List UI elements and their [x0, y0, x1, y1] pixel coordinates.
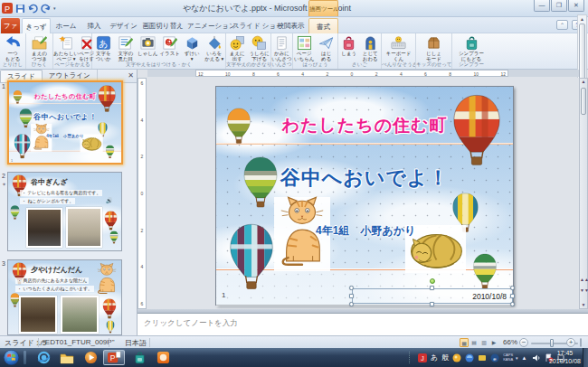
- bring-front-button[interactable]: まえに 出す: [226, 34, 249, 61]
- show-hidden-icons[interactable]: ▲: [522, 355, 527, 361]
- new-page-button[interactable]: あたらしい ページ ▾: [53, 34, 79, 61]
- minimize-button[interactable]: —: [534, 0, 550, 12]
- start-button[interactable]: [3, 349, 20, 366]
- scroll-down-icon[interactable]: ▼: [580, 302, 587, 308]
- rotate-handle[interactable]: [430, 278, 435, 284]
- notes-pane[interactable]: クリックしてノートを入力: [138, 313, 588, 335]
- slide3-number: 3: [2, 260, 5, 267]
- illustration-button[interactable]: イラスト: [159, 34, 182, 56]
- print-button[interactable]: かみに いんさつ: [271, 34, 292, 61]
- slide-byline[interactable]: 4年1組 小野あかり: [316, 223, 415, 239]
- taskbar-kids-backpack-icon[interactable]: [128, 350, 150, 365]
- taskbar-explorer-icon[interactable]: [56, 350, 78, 365]
- language-indicator[interactable]: 日本語: [125, 338, 147, 348]
- photo-icon: [140, 35, 156, 51]
- tray-icon-blue[interactable]: [465, 353, 474, 362]
- panel-close-icon[interactable]: ✕: [128, 71, 134, 80]
- slide-thumbnail-1[interactable]: わたしたちの住む町 谷中へおいでよ！ 4年1組 小野あかり 1 2010/10/…: [7, 80, 123, 165]
- ribbon: 一つ もどる とりけし まえの つづき ひらく あたらしい ペー: [0, 33, 588, 70]
- slide-subtitle[interactable]: 谷中へおいでよ！: [216, 165, 513, 192]
- balloon-teal[interactable]: [228, 223, 275, 291]
- paper-plane-icon: [318, 35, 334, 51]
- zoom-out-button[interactable]: −: [519, 338, 528, 347]
- sorter-view-button[interactable]: ▤: [469, 338, 479, 347]
- add-text-button[interactable]: あ 文字を ついか: [92, 34, 115, 61]
- ribbon-group-print: かみに いんさつ いんさつ: [271, 33, 293, 69]
- close-button[interactable]: ✕: [568, 0, 584, 12]
- minimize-ribbon-icon[interactable]: ⌃: [556, 20, 568, 30]
- slide-editing-area[interactable]: わたしたちの住む町 谷中へおいでよ！ 4年1組 小野あかり 1 2010/10/…: [215, 86, 514, 306]
- tab-animations[interactable]: アニメーション: [187, 18, 231, 33]
- balloon-green-small[interactable]: [472, 253, 498, 290]
- redo-icon[interactable]: [41, 4, 51, 14]
- close-finish-button[interactable]: とじて おわる: [360, 34, 382, 61]
- powerpoint-app-icon[interactable]: P: [2, 3, 13, 14]
- change-color-button[interactable]: いろを かえる ▾: [204, 34, 226, 61]
- scroll-up-icon[interactable]: ▲: [578, 16, 586, 22]
- tray-icon-gold[interactable]: [478, 353, 487, 362]
- date-text[interactable]: 2010/10/8: [472, 292, 507, 301]
- slide-thumbnail-2[interactable]: 谷中ぎんざ ・ テレビにも出る有名な商店街です。 ・ ねこがシンボルです。 🔊: [7, 172, 122, 251]
- put-away-button[interactable]: しまう: [338, 34, 360, 56]
- tab-view[interactable]: 表示: [288, 18, 308, 33]
- shapes-button[interactable]: ずけい ▾: [181, 34, 204, 61]
- taskbar-orange-app-icon[interactable]: [152, 350, 174, 365]
- tray-grip: [409, 352, 412, 363]
- next-slide-icon[interactable]: ▼▼: [580, 287, 587, 294]
- simpler-return-button[interactable]: シンプラー にもどる: [452, 34, 490, 61]
- tab-slideshow[interactable]: スライド ショー: [232, 18, 272, 33]
- ime-hiragana-indicator[interactable]: あ: [431, 353, 438, 362]
- slide-title[interactable]: わたしたちの住む町: [216, 114, 513, 137]
- big-undo-icon: [5, 35, 21, 51]
- editor-scrollbar[interactable]: ▲ ▲▲ ▼▼ ▼: [579, 78, 588, 309]
- save-icon[interactable]: [15, 4, 25, 14]
- undo-icon[interactable]: [28, 4, 38, 14]
- balloon: [105, 145, 115, 158]
- ime-options-icon[interactable]: ▾: [516, 355, 518, 361]
- ribbon-group-pages: あたらしい ページ ▾ ページ をけす ページをかえる: [53, 33, 92, 69]
- zoom-in-button[interactable]: +: [566, 338, 575, 347]
- scroll-up-icon[interactable]: ▲: [580, 79, 587, 85]
- ime-han-indicator[interactable]: 般: [441, 353, 449, 362]
- continue-previous-button[interactable]: まえの つづき: [26, 34, 52, 61]
- tray-icon-navy[interactable]: e: [490, 353, 499, 362]
- send-back-button[interactable]: うしろに 下げる: [249, 34, 271, 61]
- undo-one-button[interactable]: 一つ もどる: [0, 34, 25, 61]
- text-style-button[interactable]: 文字の 見た目: [115, 34, 138, 61]
- qat-dropdown-icon[interactable]: ▾: [53, 5, 56, 11]
- taskbar-mediaplayer-icon[interactable]: [80, 350, 101, 365]
- notes-placeholder[interactable]: クリックしてノートを入力: [144, 318, 238, 329]
- show-desktop-button[interactable]: [583, 348, 588, 367]
- tab-format[interactable]: 書式: [308, 18, 338, 33]
- ime-red-icon[interactable]: J: [418, 353, 427, 362]
- keyboard-kun-button[interactable]: キーボード くん: [382, 34, 415, 61]
- vertical-ruler[interactable]: 6420246: [138, 78, 147, 309]
- zoom-level[interactable]: 66%: [503, 338, 517, 346]
- dictionary-mode-button[interactable]: じしょ モード: [416, 34, 451, 61]
- window-title: やなかにおいでよ.pptx - Microsoft PowerPoint: [136, 3, 398, 14]
- taskbar-clock[interactable]: 17:45 2010/10/08: [549, 350, 581, 365]
- slideshow-view-button[interactable]: ▶: [489, 338, 498, 347]
- page-list-button[interactable]: ページ いちらん: [293, 34, 316, 61]
- zoom-slider-thumb[interactable]: [550, 339, 554, 347]
- photo-button[interactable]: しゃしん: [137, 34, 159, 56]
- taskbar-ie-icon[interactable]: [33, 350, 54, 365]
- horizontal-ruler[interactable]: 12108642024681012: [195, 70, 508, 77]
- tab-design[interactable]: デザイン: [109, 18, 138, 33]
- slide-thumbnail-3[interactable]: 夕やけだんだん ・ 商店街の先にある大きな階だん ・ いつもたくさんのねこがいま…: [7, 259, 122, 335]
- normal-view-button[interactable]: ▦: [460, 338, 469, 347]
- tab-home[interactable]: ホーム: [52, 18, 80, 33]
- reading-view-button[interactable]: ▥: [479, 338, 488, 347]
- illustration-icon: [162, 35, 177, 51]
- tab-transitions[interactable]: 画面切り替え: [140, 18, 185, 33]
- maximize-button[interactable]: ❐: [551, 0, 567, 12]
- taskbar-powerpoint-icon[interactable]: P: [103, 350, 125, 365]
- photo-cats: [66, 207, 102, 248]
- previous-slide-icon[interactable]: ▲▲: [580, 277, 587, 283]
- tab-kids[interactable]: きっず: [22, 18, 51, 33]
- tray-icon-yellow[interactable]: [452, 353, 461, 362]
- tab-insert[interactable]: 挿入: [81, 18, 107, 33]
- volume-icon[interactable]: [532, 353, 541, 362]
- tab-file[interactable]: ファイル: [1, 18, 20, 33]
- start-show-button[interactable]: はじ める: [316, 34, 338, 61]
